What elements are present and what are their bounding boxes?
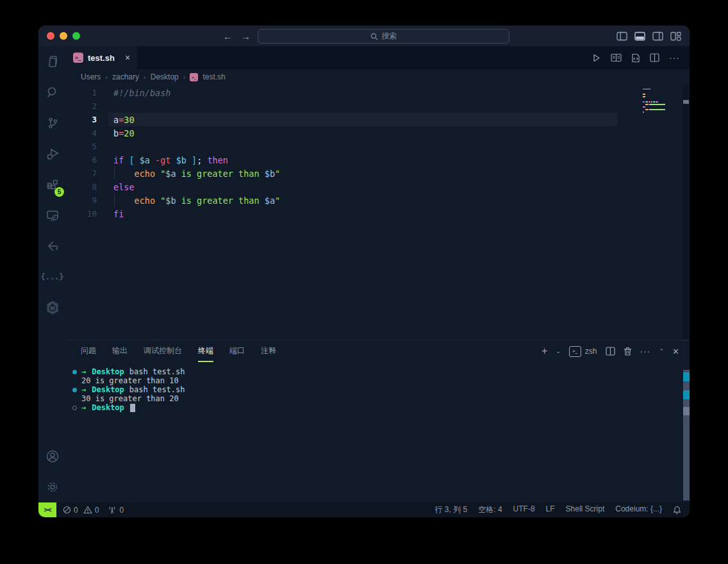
- breadcrumb-item[interactable]: Desktop: [151, 72, 179, 81]
- editor-tab-bar: >_ test.sh × ···: [66, 46, 690, 69]
- terminal-command-mark: [683, 372, 690, 381]
- tab-close-icon[interactable]: ×: [125, 53, 130, 63]
- panel-tab-6[interactable]: 注释: [261, 340, 276, 362]
- toggle-secondary-sidebar-icon[interactable]: [652, 31, 663, 41]
- toggle-panel-icon[interactable]: [634, 31, 645, 41]
- remote-explorer-icon[interactable]: [38, 200, 66, 231]
- terminal-scrollbar[interactable]: [683, 370, 690, 501]
- return-arrow-icon[interactable]: [38, 231, 66, 261]
- forward-button[interactable]: →: [241, 31, 251, 42]
- settings-gear-icon[interactable]: [38, 472, 66, 502]
- power-extension-icon[interactable]: [38, 292, 66, 323]
- terminal-dropdown-icon[interactable]: ⌄: [556, 348, 561, 354]
- prompt-arrow-icon: →: [81, 385, 86, 394]
- back-button[interactable]: ←: [223, 31, 233, 42]
- breadcrumb-file[interactable]: test.sh: [203, 72, 225, 81]
- line-number: 7: [66, 169, 97, 178]
- statusbar-item-2[interactable]: 空格: 4: [478, 504, 502, 515]
- editor-line[interactable]: 7 echo "$a is greater than $b": [66, 167, 690, 180]
- panel-tab-4[interactable]: 终端: [198, 340, 213, 362]
- editor-line[interactable]: 1#!/bin/bash: [66, 86, 690, 99]
- breadcrumb-item[interactable]: zachary: [112, 72, 139, 81]
- editor-line[interactable]: 5: [66, 140, 690, 153]
- terminal-shell-item[interactable]: >_ zsh: [569, 346, 597, 357]
- search-view-icon[interactable]: [38, 77, 66, 108]
- customize-layout-icon[interactable]: [670, 31, 681, 41]
- braces-extension-icon[interactable]: {...}: [38, 261, 66, 292]
- problems-status-item[interactable]: 0 0: [63, 506, 99, 515]
- breadcrumb-separator: ›: [105, 73, 108, 81]
- statusbar-item-4[interactable]: LF: [546, 504, 555, 515]
- editor-more-actions-icon[interactable]: ···: [669, 53, 680, 63]
- remote-indicator[interactable]: ><: [38, 502, 56, 517]
- extensions-icon[interactable]: 5: [38, 169, 66, 200]
- panel-tabs-holder: 问题输出调试控制台终端端口注释: [81, 340, 276, 362]
- panel-more-actions-icon[interactable]: ···: [640, 346, 651, 356]
- terminal-line: →Desktop: [66, 403, 690, 412]
- minimap[interactable]: [643, 88, 680, 114]
- run-file-icon[interactable]: [592, 53, 601, 63]
- panel-tab-bar: 问题输出调试控制台终端端口注释 + ⌄ >_ zsh ··· ⌃ ✕: [66, 340, 690, 362]
- ports-status-item[interactable]: 0: [108, 506, 124, 515]
- terminal-lines-holder: →Desktopbash test.sh20 is greater than 1…: [66, 367, 690, 412]
- zoom-traffic-light[interactable]: [72, 32, 80, 40]
- source-control-icon[interactable]: [38, 108, 66, 138]
- editor-scrollbar[interactable]: [682, 85, 690, 340]
- status-bar: >< 0 0 0 行 3, 列 5空格: 4UTF-8LFShell Scrip…: [38, 502, 690, 517]
- statusbar-item-6[interactable]: Codeium: {...}: [615, 504, 662, 515]
- prompt-arrow-icon: →: [81, 403, 86, 412]
- editor-line[interactable]: 8else: [66, 180, 690, 194]
- open-code-file-icon[interactable]: [631, 53, 640, 63]
- toggle-primary-sidebar-icon[interactable]: [616, 31, 627, 41]
- terminal-command: bash test.sh: [129, 385, 185, 394]
- prompt-done-dot: [72, 388, 77, 392]
- maximize-panel-icon[interactable]: ⌃: [659, 348, 665, 354]
- command-center-search[interactable]: 搜索: [258, 29, 509, 44]
- breadcrumb-item[interactable]: Users: [81, 72, 101, 81]
- open-preview-icon[interactable]: [611, 53, 622, 62]
- accounts-icon[interactable]: [38, 441, 66, 472]
- minimize-traffic-light[interactable]: [60, 32, 67, 40]
- statusbar-item-3[interactable]: UTF-8: [513, 504, 535, 515]
- panel-tab-1[interactable]: 问题: [81, 340, 96, 362]
- close-panel-icon[interactable]: ✕: [672, 347, 679, 356]
- kill-terminal-trash-icon[interactable]: [624, 347, 632, 356]
- terminal-icon: >_: [569, 346, 581, 357]
- new-terminal-icon[interactable]: +: [542, 345, 547, 357]
- warnings-count: 0: [95, 506, 99, 515]
- breadcrumb-separator: ›: [144, 73, 146, 81]
- editor-line[interactable]: 9 echo "$b is greater than $a": [66, 194, 690, 207]
- panel-tab-2[interactable]: 输出: [112, 340, 128, 362]
- terminal-command-mark: [683, 390, 690, 399]
- notifications-bell-icon[interactable]: [673, 506, 681, 515]
- editor-line[interactable]: 10fi: [66, 207, 690, 220]
- split-editor-icon[interactable]: [650, 53, 659, 62]
- panel-tab-3[interactable]: 调试控制台: [144, 340, 182, 362]
- terminal-line: →Desktopbash test.sh: [66, 367, 690, 376]
- close-traffic-light[interactable]: [47, 32, 54, 40]
- line-number: 5: [66, 142, 97, 151]
- split-terminal-icon[interactable]: [606, 347, 615, 356]
- tab-test-sh[interactable]: >_ test.sh ×: [66, 46, 137, 69]
- statusbar-item-5[interactable]: Shell Script: [566, 504, 605, 515]
- editor-line[interactable]: 2: [66, 99, 690, 113]
- title-bar: ← → 搜索: [38, 26, 690, 46]
- editor-line[interactable]: 4b=20: [66, 126, 690, 140]
- editor-line[interactable]: 3a=30: [66, 113, 690, 126]
- vscode-window: ← → 搜索: [38, 26, 690, 517]
- editor-area[interactable]: 1#!/bin/bash23a=304b=2056if [ $a -gt $b …: [66, 85, 690, 340]
- run-debug-icon[interactable]: [38, 138, 66, 169]
- terminal-content[interactable]: →Desktopbash test.sh20 is greater than 1…: [66, 362, 690, 502]
- editor-line[interactable]: 6if [ $a -gt $b ]; then: [66, 153, 690, 167]
- activity-bar: 5 {...}: [38, 46, 66, 502]
- prompt-arrow-icon: →: [81, 367, 86, 376]
- statusbar-item-1[interactable]: 行 3, 列 5: [435, 504, 468, 515]
- panel-tab-5[interactable]: 端口: [229, 340, 245, 362]
- statusbar-items-holder: 行 3, 列 5空格: 4UTF-8LFShell ScriptCodeium:…: [435, 504, 662, 515]
- explorer-icon[interactable]: [38, 46, 66, 77]
- terminal-cursor: [130, 404, 135, 412]
- prompt-directory: Desktop: [92, 367, 124, 376]
- breadcrumb[interactable]: Users›zachary›Desktop›>_test.sh: [66, 69, 690, 85]
- shell-file-icon: >_: [73, 53, 83, 63]
- shell-label: zsh: [585, 347, 597, 356]
